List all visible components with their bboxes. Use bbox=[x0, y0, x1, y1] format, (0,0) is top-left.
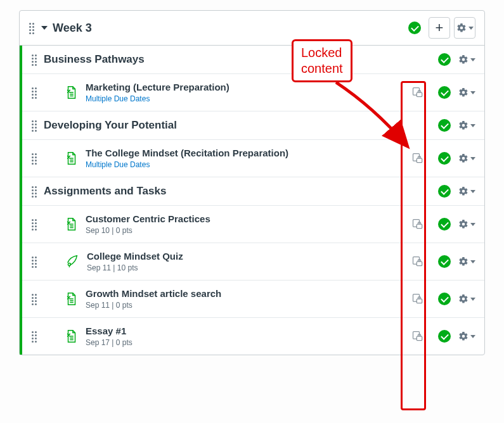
item-subtitle[interactable]: Multiple Due Dates bbox=[86, 94, 406, 103]
item-settings-button[interactable] bbox=[458, 120, 475, 130]
item-settings-button[interactable] bbox=[458, 153, 475, 163]
published-icon[interactable] bbox=[438, 53, 451, 66]
published-icon[interactable] bbox=[438, 185, 451, 198]
item-subtitle: Sep 10 | 0 pts bbox=[86, 226, 406, 235]
published-icon[interactable] bbox=[438, 255, 451, 268]
item-settings-button[interactable] bbox=[458, 87, 475, 98]
item-settings-button[interactable] bbox=[458, 186, 475, 196]
section-header[interactable]: Business Pathways bbox=[22, 46, 484, 74]
item-settings-button[interactable] bbox=[458, 219, 475, 229]
drag-handle-icon[interactable] bbox=[29, 22, 36, 34]
gear-icon bbox=[456, 23, 467, 33]
drag-handle-icon[interactable] bbox=[31, 256, 39, 267]
annotation-highlight-box bbox=[401, 81, 426, 410]
drag-handle-icon[interactable] bbox=[31, 186, 39, 197]
item-subtitle[interactable]: Multiple Due Dates bbox=[86, 160, 406, 169]
item-title: Essay #1 bbox=[86, 325, 406, 336]
item-title: College Mindset Quiz bbox=[87, 251, 406, 262]
svg-point-6 bbox=[68, 263, 70, 266]
chevron-down-icon bbox=[468, 27, 474, 30]
annotation-callout: Locked content bbox=[292, 39, 352, 82]
drag-handle-icon[interactable] bbox=[31, 218, 39, 230]
item-title: Marketing (Lecture Preparation) bbox=[86, 82, 406, 92]
page-icon bbox=[65, 292, 78, 306]
drag-handle-icon[interactable] bbox=[31, 120, 39, 131]
quiz-icon bbox=[65, 255, 79, 268]
annotation-text: Locked bbox=[301, 45, 343, 61]
chevron-down-icon bbox=[470, 58, 475, 61]
plus-icon: + bbox=[436, 21, 444, 35]
item-settings-button[interactable] bbox=[458, 256, 475, 267]
published-icon[interactable] bbox=[438, 86, 451, 99]
published-icon[interactable] bbox=[438, 218, 451, 230]
published-icon[interactable] bbox=[438, 119, 451, 132]
add-item-button[interactable]: + bbox=[429, 17, 450, 39]
drag-handle-icon[interactable] bbox=[31, 87, 39, 98]
annotation-text: content bbox=[301, 61, 343, 77]
drag-handle-icon[interactable] bbox=[31, 331, 39, 342]
drag-handle-icon[interactable] bbox=[31, 293, 39, 305]
page-icon bbox=[65, 217, 78, 231]
item-settings-button[interactable] bbox=[458, 294, 475, 304]
section-title: Developing Your Potential bbox=[44, 119, 433, 132]
drag-handle-icon[interactable] bbox=[31, 54, 39, 65]
drag-handle-icon[interactable] bbox=[31, 153, 39, 164]
collapse-caret-icon[interactable] bbox=[41, 26, 48, 30]
published-icon[interactable] bbox=[438, 152, 451, 165]
item-settings-button[interactable] bbox=[458, 54, 475, 65]
item-title: Customer Centric Practices bbox=[86, 213, 406, 224]
item-subtitle: Sep 11 | 0 pts bbox=[86, 301, 406, 310]
module-settings-button[interactable] bbox=[454, 17, 475, 39]
module-header[interactable]: Week 3 + bbox=[20, 11, 484, 46]
module-title: Week 3 bbox=[53, 22, 408, 35]
item-title: The College Mindset (Recitation Preparat… bbox=[86, 148, 406, 158]
page-icon bbox=[65, 329, 78, 343]
item-title: Growth Mindset article search bbox=[86, 288, 406, 299]
gear-icon bbox=[458, 54, 468, 65]
item-settings-button[interactable] bbox=[458, 331, 475, 341]
published-icon[interactable] bbox=[408, 22, 421, 34]
section-title: Assignments and Tasks bbox=[44, 185, 433, 198]
gear-icon bbox=[458, 87, 468, 98]
published-icon[interactable] bbox=[438, 330, 451, 343]
item-subtitle: Sep 17 | 0 pts bbox=[86, 338, 406, 347]
item-subtitle: Sep 11 | 10 pts bbox=[87, 263, 406, 272]
page-icon bbox=[65, 85, 78, 99]
section-title: Business Pathways bbox=[44, 53, 433, 66]
page-icon bbox=[65, 151, 78, 165]
published-icon[interactable] bbox=[438, 293, 451, 305]
